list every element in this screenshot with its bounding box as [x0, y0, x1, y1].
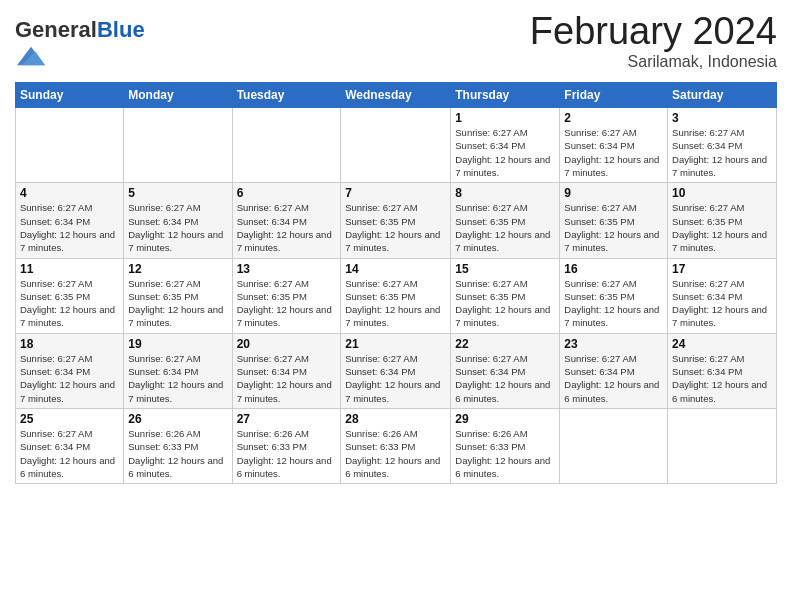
month-title: February 2024 [530, 10, 777, 53]
day-info: Sunrise: 6:27 AM Sunset: 6:34 PM Dayligh… [237, 201, 337, 254]
calendar-cell: 2Sunrise: 6:27 AM Sunset: 6:34 PM Daylig… [560, 108, 668, 183]
day-number: 23 [564, 337, 663, 351]
calendar-cell: 12Sunrise: 6:27 AM Sunset: 6:35 PM Dayli… [124, 258, 232, 333]
calendar-cell: 13Sunrise: 6:27 AM Sunset: 6:35 PM Dayli… [232, 258, 341, 333]
weekday-header-row: SundayMondayTuesdayWednesdayThursdayFrid… [16, 83, 777, 108]
weekday-header-tuesday: Tuesday [232, 83, 341, 108]
weekday-header-sunday: Sunday [16, 83, 124, 108]
day-info: Sunrise: 6:26 AM Sunset: 6:33 PM Dayligh… [237, 427, 337, 480]
day-number: 17 [672, 262, 772, 276]
day-number: 14 [345, 262, 446, 276]
day-number: 22 [455, 337, 555, 351]
day-number: 21 [345, 337, 446, 351]
calendar-cell: 27Sunrise: 6:26 AM Sunset: 6:33 PM Dayli… [232, 408, 341, 483]
day-info: Sunrise: 6:27 AM Sunset: 6:35 PM Dayligh… [455, 277, 555, 330]
day-info: Sunrise: 6:27 AM Sunset: 6:35 PM Dayligh… [345, 277, 446, 330]
calendar-cell: 28Sunrise: 6:26 AM Sunset: 6:33 PM Dayli… [341, 408, 451, 483]
title-block: February 2024 Sarilamak, Indonesia [530, 10, 777, 71]
day-number: 15 [455, 262, 555, 276]
day-info: Sunrise: 6:27 AM Sunset: 6:34 PM Dayligh… [564, 126, 663, 179]
day-info: Sunrise: 6:27 AM Sunset: 6:34 PM Dayligh… [20, 427, 119, 480]
day-number: 27 [237, 412, 337, 426]
weekday-header-friday: Friday [560, 83, 668, 108]
day-info: Sunrise: 6:27 AM Sunset: 6:34 PM Dayligh… [128, 201, 227, 254]
day-info: Sunrise: 6:27 AM Sunset: 6:35 PM Dayligh… [20, 277, 119, 330]
calendar-cell: 10Sunrise: 6:27 AM Sunset: 6:35 PM Dayli… [668, 183, 777, 258]
calendar-cell: 25Sunrise: 6:27 AM Sunset: 6:34 PM Dayli… [16, 408, 124, 483]
weekday-header-saturday: Saturday [668, 83, 777, 108]
day-info: Sunrise: 6:27 AM Sunset: 6:34 PM Dayligh… [564, 352, 663, 405]
calendar-week-row: 4Sunrise: 6:27 AM Sunset: 6:34 PM Daylig… [16, 183, 777, 258]
calendar-table: SundayMondayTuesdayWednesdayThursdayFrid… [15, 82, 777, 484]
day-number: 26 [128, 412, 227, 426]
calendar-cell [124, 108, 232, 183]
day-info: Sunrise: 6:27 AM Sunset: 6:34 PM Dayligh… [20, 352, 119, 405]
calendar-week-row: 1Sunrise: 6:27 AM Sunset: 6:34 PM Daylig… [16, 108, 777, 183]
weekday-header-monday: Monday [124, 83, 232, 108]
day-number: 1 [455, 111, 555, 125]
day-number: 19 [128, 337, 227, 351]
logo-general: General [15, 17, 97, 42]
calendar-cell: 14Sunrise: 6:27 AM Sunset: 6:35 PM Dayli… [341, 258, 451, 333]
logo-blue: Blue [97, 17, 145, 42]
day-info: Sunrise: 6:26 AM Sunset: 6:33 PM Dayligh… [128, 427, 227, 480]
day-number: 16 [564, 262, 663, 276]
calendar-cell [232, 108, 341, 183]
calendar-cell: 8Sunrise: 6:27 AM Sunset: 6:35 PM Daylig… [451, 183, 560, 258]
day-info: Sunrise: 6:27 AM Sunset: 6:34 PM Dayligh… [672, 277, 772, 330]
day-number: 6 [237, 186, 337, 200]
day-number: 18 [20, 337, 119, 351]
calendar-cell: 17Sunrise: 6:27 AM Sunset: 6:34 PM Dayli… [668, 258, 777, 333]
calendar-cell: 7Sunrise: 6:27 AM Sunset: 6:35 PM Daylig… [341, 183, 451, 258]
weekday-header-thursday: Thursday [451, 83, 560, 108]
day-number: 29 [455, 412, 555, 426]
location-subtitle: Sarilamak, Indonesia [530, 53, 777, 71]
day-number: 28 [345, 412, 446, 426]
calendar-cell: 4Sunrise: 6:27 AM Sunset: 6:34 PM Daylig… [16, 183, 124, 258]
day-info: Sunrise: 6:27 AM Sunset: 6:34 PM Dayligh… [672, 126, 772, 179]
calendar-week-row: 18Sunrise: 6:27 AM Sunset: 6:34 PM Dayli… [16, 333, 777, 408]
calendar-cell: 24Sunrise: 6:27 AM Sunset: 6:34 PM Dayli… [668, 333, 777, 408]
day-info: Sunrise: 6:26 AM Sunset: 6:33 PM Dayligh… [345, 427, 446, 480]
day-info: Sunrise: 6:27 AM Sunset: 6:35 PM Dayligh… [345, 201, 446, 254]
day-info: Sunrise: 6:27 AM Sunset: 6:35 PM Dayligh… [128, 277, 227, 330]
calendar-cell: 21Sunrise: 6:27 AM Sunset: 6:34 PM Dayli… [341, 333, 451, 408]
day-number: 5 [128, 186, 227, 200]
day-info: Sunrise: 6:27 AM Sunset: 6:34 PM Dayligh… [20, 201, 119, 254]
day-number: 13 [237, 262, 337, 276]
calendar-cell: 1Sunrise: 6:27 AM Sunset: 6:34 PM Daylig… [451, 108, 560, 183]
day-info: Sunrise: 6:27 AM Sunset: 6:35 PM Dayligh… [564, 201, 663, 254]
logo: GeneralBlue [15, 18, 145, 74]
day-number: 8 [455, 186, 555, 200]
day-info: Sunrise: 6:27 AM Sunset: 6:34 PM Dayligh… [455, 126, 555, 179]
calendar-cell [341, 108, 451, 183]
day-info: Sunrise: 6:27 AM Sunset: 6:34 PM Dayligh… [128, 352, 227, 405]
day-number: 11 [20, 262, 119, 276]
day-number: 24 [672, 337, 772, 351]
calendar-cell: 20Sunrise: 6:27 AM Sunset: 6:34 PM Dayli… [232, 333, 341, 408]
day-number: 25 [20, 412, 119, 426]
calendar-cell: 18Sunrise: 6:27 AM Sunset: 6:34 PM Dayli… [16, 333, 124, 408]
calendar-cell: 6Sunrise: 6:27 AM Sunset: 6:34 PM Daylig… [232, 183, 341, 258]
calendar-cell [560, 408, 668, 483]
calendar-cell: 5Sunrise: 6:27 AM Sunset: 6:34 PM Daylig… [124, 183, 232, 258]
day-number: 10 [672, 186, 772, 200]
calendar-cell: 23Sunrise: 6:27 AM Sunset: 6:34 PM Dayli… [560, 333, 668, 408]
calendar-cell: 26Sunrise: 6:26 AM Sunset: 6:33 PM Dayli… [124, 408, 232, 483]
logo-icon [17, 42, 45, 70]
calendar-cell: 9Sunrise: 6:27 AM Sunset: 6:35 PM Daylig… [560, 183, 668, 258]
calendar-cell: 29Sunrise: 6:26 AM Sunset: 6:33 PM Dayli… [451, 408, 560, 483]
day-info: Sunrise: 6:27 AM Sunset: 6:34 PM Dayligh… [237, 352, 337, 405]
calendar-cell [16, 108, 124, 183]
day-number: 20 [237, 337, 337, 351]
day-info: Sunrise: 6:27 AM Sunset: 6:34 PM Dayligh… [345, 352, 446, 405]
day-info: Sunrise: 6:27 AM Sunset: 6:35 PM Dayligh… [564, 277, 663, 330]
calendar-cell: 16Sunrise: 6:27 AM Sunset: 6:35 PM Dayli… [560, 258, 668, 333]
day-number: 12 [128, 262, 227, 276]
calendar-cell: 11Sunrise: 6:27 AM Sunset: 6:35 PM Dayli… [16, 258, 124, 333]
weekday-header-wednesday: Wednesday [341, 83, 451, 108]
day-number: 9 [564, 186, 663, 200]
calendar-cell: 19Sunrise: 6:27 AM Sunset: 6:34 PM Dayli… [124, 333, 232, 408]
day-number: 7 [345, 186, 446, 200]
calendar-cell: 15Sunrise: 6:27 AM Sunset: 6:35 PM Dayli… [451, 258, 560, 333]
